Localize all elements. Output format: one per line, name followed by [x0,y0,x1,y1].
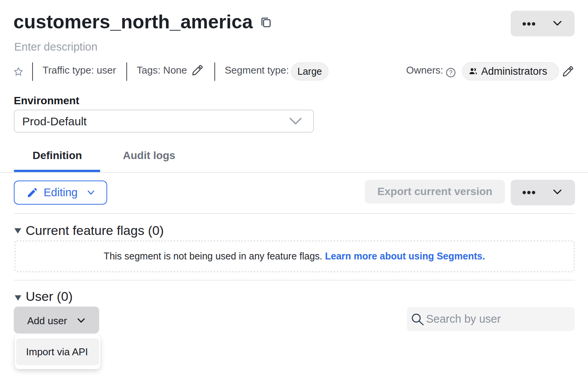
svg-text:?: ? [449,69,452,76]
